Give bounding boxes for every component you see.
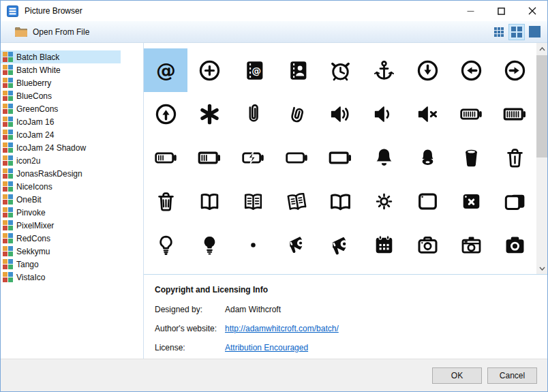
sidebar-item-icojam-24-shadow[interactable]: IcoJam 24 Shadow [1, 141, 121, 154]
sidebar-item-bluecons[interactable]: BlueCons [1, 89, 121, 102]
bullhorn-icon [284, 232, 309, 258]
grid-cell-bell-2[interactable] [406, 136, 449, 179]
sidebar-item-icojam-16[interactable]: IcoJam 16 [1, 115, 121, 128]
ok-button[interactable]: OK [432, 367, 482, 384]
grid-cell-bin-2[interactable] [493, 136, 536, 179]
chevron-down-icon [539, 267, 545, 271]
grid-cell-volume-mute[interactable] [406, 92, 449, 136]
view-small-button[interactable] [491, 24, 507, 40]
volume-mute-icon [415, 102, 440, 127]
copyright-link[interactable]: Attribution Encouraged [225, 343, 308, 352]
sidebar-item-label: RedCons [16, 234, 50, 243]
sidebar-item-icon2u[interactable]: icon2u [1, 154, 121, 167]
sidebar-item-pinvoke[interactable]: Pinvoke [1, 206, 121, 219]
grid-cell-bullet[interactable] [231, 223, 275, 267]
sidebar-item-pixelmixer[interactable]: PixelMixer [1, 219, 121, 232]
at-icon: @ [153, 58, 179, 83]
grid-cell-book-open-lines[interactable] [231, 179, 275, 223]
grid-cell-address-book-at[interactable]: @ [231, 48, 275, 92]
toolbar: Open From File [1, 21, 547, 43]
grid-cell-attachment[interactable] [231, 92, 275, 136]
grid-cell-address-book-user[interactable] [275, 48, 318, 92]
cancel-button[interactable]: Cancel [487, 367, 537, 384]
grid-cell-battery-empty[interactable] [275, 136, 318, 179]
copyright-row-label: Designed by: [155, 305, 225, 314]
content-area: Batch BlackBatch WhiteBlueberryBlueConsG… [1, 43, 547, 359]
grid-cell-battery-full[interactable] [449, 92, 493, 136]
sidebar-item-jonasraskdesign[interactable]: JonasRaskDesign [1, 167, 121, 180]
grid-cell-camera-retro[interactable] [449, 223, 493, 267]
grid-cell-book-open-2[interactable] [318, 179, 362, 223]
vertical-scrollbar[interactable] [536, 43, 547, 274]
volume-low-icon [371, 102, 397, 127]
icon-grid: @@ [144, 43, 536, 274]
view-large-icon [529, 26, 541, 37]
grid-cell-brightness[interactable] [362, 179, 406, 223]
grid-cell-battery-low-2[interactable] [187, 136, 231, 179]
battery-full-icon [459, 102, 484, 127]
grid-cell-bulb-filled[interactable] [187, 223, 231, 267]
grid-cell-at[interactable]: @ [144, 48, 187, 92]
copyright-row-designed-by: Designed by:Adam Withcroft [155, 305, 536, 314]
camera-icon [415, 232, 440, 258]
grid-cell-volume-low[interactable] [362, 92, 406, 136]
view-large-button[interactable] [526, 24, 543, 40]
grid-cell-add-circle[interactable] [187, 48, 231, 92]
grid-cell-browser[interactable] [406, 179, 449, 223]
bin-3-icon [153, 189, 179, 214]
grid-cell-bulb[interactable] [144, 223, 187, 267]
grid-cell-volume-high[interactable] [318, 92, 362, 136]
grid-cell-attachment-2[interactable] [275, 92, 318, 136]
grid-cell-book-open[interactable] [187, 179, 231, 223]
grid-cell-bell[interactable] [362, 136, 406, 179]
grid-cell-arrow-up-circle[interactable] [144, 92, 187, 136]
icon-set-thumbnail [3, 272, 13, 282]
grid-cell-arrow-right-circle[interactable] [493, 48, 536, 92]
battery-low-2-icon [197, 145, 222, 170]
scroll-down-button[interactable] [536, 262, 547, 274]
sidebar-item-niceicons[interactable]: NiceIcons [1, 180, 121, 193]
grid-cell-battery-empty-2[interactable] [318, 136, 362, 179]
grid-cell-browsers[interactable] [493, 179, 536, 223]
sidebar-item-tango[interactable]: Tango [1, 258, 121, 271]
grid-cell-bullhorn[interactable] [275, 223, 318, 267]
grid-cell-browser-x[interactable] [449, 179, 493, 223]
sidebar-item-vistaico[interactable]: VistaIco [1, 271, 121, 284]
bin-2-icon [502, 145, 528, 170]
open-from-file-button[interactable]: Open From File [12, 26, 92, 38]
maximize-button[interactable] [486, 1, 517, 21]
scroll-up-button[interactable] [536, 43, 547, 55]
sidebar-item-greencons[interactable]: GreenCons [1, 102, 121, 115]
grid-cell-battery-low[interactable] [144, 136, 187, 179]
brightness-icon [371, 189, 397, 214]
grid-cell-bin[interactable] [449, 136, 493, 179]
grid-cell-bin-3[interactable] [144, 179, 187, 223]
sidebar-item-onebit[interactable]: OneBit [1, 193, 121, 206]
sidebar-item-blueberry[interactable]: Blueberry [1, 76, 121, 89]
grid-cell-book-lines[interactable] [275, 179, 318, 223]
sidebar-item-label: Blueberry [16, 78, 51, 88]
view-medium-button[interactable] [508, 24, 525, 40]
copyright-row-license: License:Attribution Encouraged [155, 343, 536, 352]
grid-cell-anchor[interactable] [362, 48, 406, 92]
grid-cell-camera-filled[interactable] [493, 223, 536, 267]
grid-cell-arrow-down-circle[interactable] [406, 48, 449, 92]
close-button[interactable] [517, 1, 547, 21]
grid-cell-calendar[interactable] [362, 223, 406, 267]
sidebar-item-batch-white[interactable]: Batch White [1, 63, 121, 76]
sidebar-item-sekkymu[interactable]: Sekkymu [1, 245, 121, 258]
grid-cell-asterisk[interactable] [187, 92, 231, 136]
grid-cell-arrow-left-circle[interactable] [449, 48, 493, 92]
sidebar-item-icojam-24[interactable]: IcoJam 24 [1, 128, 121, 141]
sidebar-item-redcons[interactable]: RedCons [1, 232, 121, 245]
scrollbar-thumb[interactable] [536, 55, 547, 157]
minimize-button[interactable] [455, 1, 486, 21]
grid-cell-bullhorn-2[interactable] [318, 223, 362, 267]
grid-cell-camera[interactable] [406, 223, 449, 267]
grid-cell-battery-full-2[interactable] [493, 92, 536, 136]
copyright-link[interactable]: http://adamwhitcroft.com/batch/ [225, 324, 339, 333]
sidebar-item-batch-black[interactable]: Batch Black [1, 50, 121, 63]
grid-cell-battery-charging[interactable] [231, 136, 275, 179]
open-folder-icon [15, 27, 27, 37]
grid-cell-alarm-clock[interactable] [318, 48, 362, 92]
